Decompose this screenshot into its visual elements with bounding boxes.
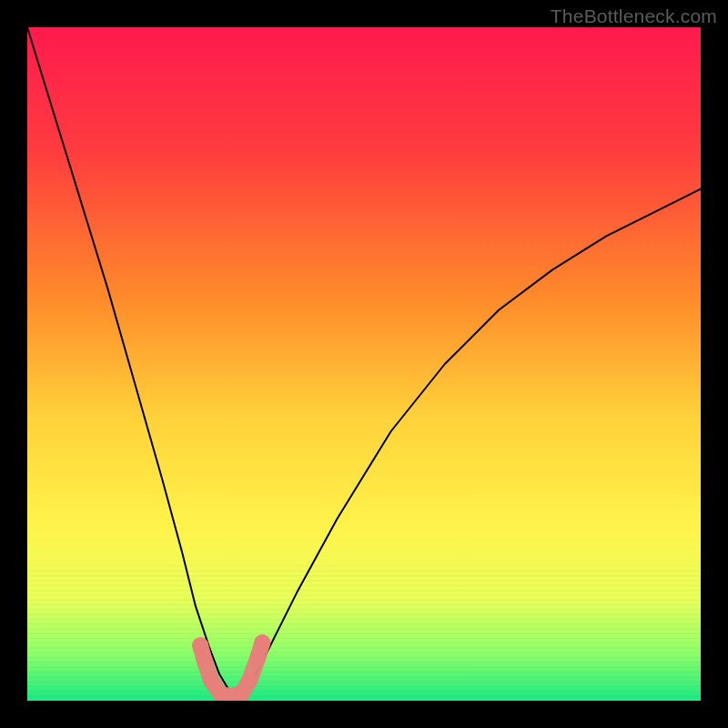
svg-rect-27 [27, 696, 701, 701]
plot-area [27, 27, 701, 701]
marker-dot [197, 652, 213, 669]
watermark-text: TheBottleneck.com [551, 5, 717, 27]
marker-dot [254, 634, 270, 651]
marker-dot [192, 637, 208, 653]
bottleneck-chart [27, 27, 701, 701]
marker-dot [249, 650, 266, 666]
marker-dot [203, 672, 219, 689]
chart-stage: TheBottleneck.com [0, 0, 728, 728]
marker-dot [241, 672, 258, 689]
